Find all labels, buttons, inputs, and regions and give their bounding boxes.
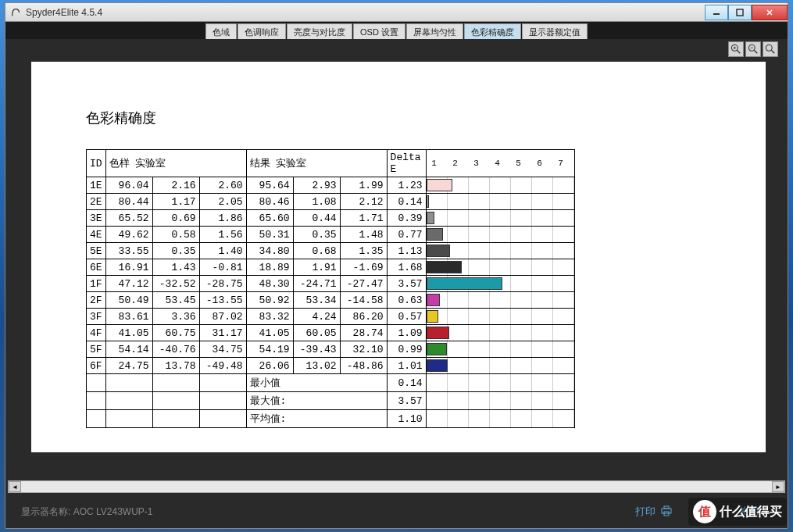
display-value: AOC LV243WUP-1	[73, 506, 153, 517]
svg-point-9	[766, 45, 772, 51]
table-row: 5E33.550.351.4034.800.681.351.13	[87, 243, 575, 259]
delta-e-val: 0.39	[387, 210, 426, 227]
sample-val: 0.35	[152, 243, 199, 259]
stat-label: 平均值:	[246, 410, 387, 428]
sample-val: 1.40	[199, 243, 246, 259]
col-delta-e: Delta E	[387, 150, 426, 177]
row-id: 5F	[87, 341, 106, 358]
table-row: 6F24.7513.78-49.4826.0613.02-48.861.01	[87, 358, 575, 374]
delta-e-val: 1.68	[387, 259, 426, 276]
print-button[interactable]: 打印	[622, 501, 686, 523]
sample-val: 60.75	[152, 325, 199, 341]
delta-e-val: 1.01	[387, 358, 426, 374]
delta-e-val: 1.09	[387, 325, 426, 341]
delta-e-val: 0.99	[387, 341, 426, 358]
bar-cell	[426, 276, 574, 292]
sample-val: 31.17	[199, 325, 246, 341]
result-val: -1.69	[340, 259, 387, 276]
result-val: 18.89	[246, 259, 293, 276]
svg-line-3	[737, 50, 740, 53]
delta-e-val: 1.23	[387, 177, 426, 194]
stat-label: 最大值:	[246, 392, 387, 410]
result-val: 32.10	[340, 341, 387, 358]
sample-val: 53.45	[152, 292, 199, 309]
tab-0[interactable]: 色域	[205, 23, 237, 39]
stat-value: 3.57	[387, 392, 426, 410]
document-viewport[interactable]: 色彩精确度 ID色样 实验室结果 实验室Delta E 1 2 3 4 5 6 …	[8, 62, 785, 480]
result-val: 86.20	[340, 309, 387, 325]
result-val: 13.02	[293, 358, 340, 374]
result-val: 0.68	[293, 243, 340, 259]
result-val: 1.99	[340, 177, 387, 194]
result-val: 28.74	[340, 325, 387, 341]
tab-5[interactable]: 色彩精确度	[464, 23, 521, 39]
result-val: 50.31	[246, 227, 293, 243]
zoom-fit-icon[interactable]	[763, 41, 778, 57]
sample-val: 34.75	[199, 341, 246, 358]
scroll-right-icon[interactable]: ►	[772, 481, 784, 492]
sample-val: 87.02	[199, 309, 246, 325]
result-val: 65.60	[246, 210, 293, 227]
titlebar[interactable]: Spyder4Elite 4.5.4	[5, 3, 788, 22]
row-id: 2E	[87, 194, 106, 210]
horizontal-scrollbar[interactable]: ◄ ►	[8, 480, 785, 493]
bar-cell	[426, 210, 574, 227]
zoom-toolbar	[5, 39, 788, 59]
stat-value: 0.14	[387, 374, 426, 392]
result-val: 34.80	[246, 243, 293, 259]
result-val: 54.19	[246, 341, 293, 358]
result-val: 83.32	[246, 309, 293, 325]
row-id: 6E	[87, 259, 106, 276]
scroll-left-icon[interactable]: ◄	[9, 481, 21, 492]
delta-e-val: 0.57	[387, 309, 426, 325]
tab-6[interactable]: 显示器额定值	[522, 23, 588, 39]
stat-row: 最小值0.14	[87, 374, 575, 392]
sample-val: 41.05	[105, 325, 152, 341]
result-val: 60.05	[293, 325, 340, 341]
tab-2[interactable]: 亮度与对比度	[287, 23, 352, 39]
close-button[interactable]	[752, 5, 788, 20]
result-val: 53.34	[293, 292, 340, 309]
sample-val: 3.36	[152, 309, 199, 325]
sample-val: 0.58	[152, 227, 199, 243]
display-label: 显示器名称:	[21, 506, 70, 517]
sample-val: -0.81	[199, 259, 246, 276]
sample-val: 0.69	[152, 210, 199, 227]
tab-4[interactable]: 屏幕均匀性	[406, 23, 463, 39]
bar-cell	[426, 358, 574, 374]
footer: 显示器名称: AOC LV243WUP-1 打印 关闭	[5, 495, 788, 528]
sample-val: -49.48	[199, 358, 246, 374]
result-val: -48.86	[340, 358, 387, 374]
table-row: 2E80.441.172.0580.461.082.120.14	[87, 194, 575, 210]
result-val: 95.64	[246, 177, 293, 194]
sample-val: 1.43	[152, 259, 199, 276]
svg-rect-1	[737, 9, 743, 16]
printer-icon	[660, 505, 673, 519]
sample-val: 96.04	[105, 177, 152, 194]
maximize-button[interactable]	[728, 5, 752, 20]
result-val: -39.43	[293, 341, 340, 358]
table-row: 6E16.911.43-0.8118.891.91-1.691.68	[87, 259, 575, 276]
sample-val: 2.16	[152, 177, 199, 194]
watermark-logo-icon: 值	[693, 500, 716, 523]
sample-val: 47.12	[105, 276, 152, 292]
minimize-button[interactable]	[705, 5, 728, 20]
watermark: 值 什么值得买	[688, 498, 787, 526]
tab-3[interactable]: OSD 设置	[353, 23, 405, 39]
result-val: 4.24	[293, 309, 340, 325]
zoom-in-icon[interactable]	[728, 41, 744, 57]
tab-1[interactable]: 色调响应	[238, 23, 286, 39]
result-val: 48.30	[246, 276, 293, 292]
sample-val: -28.75	[199, 276, 246, 292]
table-row: 5F54.14-40.7634.7554.19-39.4332.100.99	[87, 341, 575, 358]
table-row: 3E65.520.691.8665.600.441.710.39	[87, 210, 575, 227]
sample-val: 1.86	[199, 210, 246, 227]
row-id: 1F	[87, 276, 106, 292]
stat-value: 1.10	[387, 410, 426, 428]
delta-e-val: 0.14	[387, 194, 426, 210]
zoom-out-icon[interactable]	[745, 41, 761, 57]
bar-cell	[426, 309, 574, 325]
result-val: 1.91	[293, 259, 340, 276]
result-val: 0.44	[293, 210, 340, 227]
table-row: 1F47.12-32.52-28.7548.30-24.71-27.473.57	[87, 276, 575, 292]
